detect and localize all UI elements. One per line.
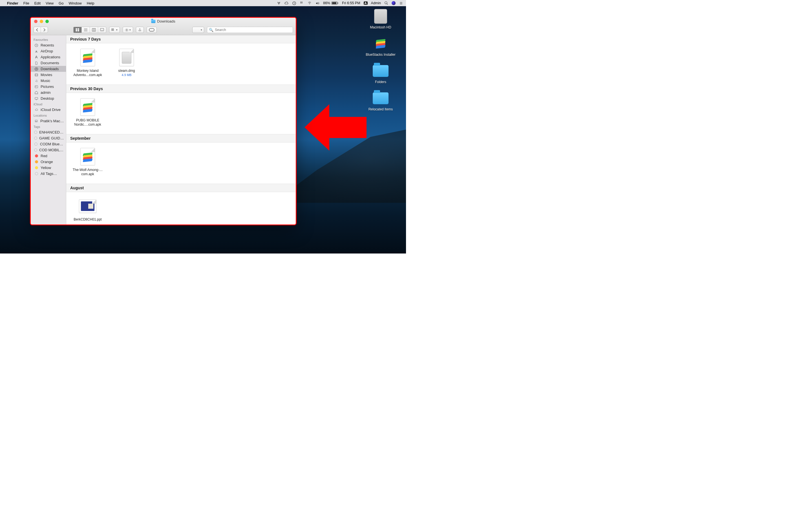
desktop-item-bluestacks[interactable]: BlueStacks Installer <box>364 36 398 57</box>
file-icon <box>79 98 97 116</box>
gallery-view-button[interactable] <box>98 27 106 33</box>
file-name: PUBG MOBILE Nordic.…com.apk <box>72 118 103 127</box>
desktop-item-label: Relocated Items <box>368 107 393 112</box>
file-item[interactable]: Monkey Island Adventu…com.apk <box>72 48 103 77</box>
user-badge-icon[interactable]: A <box>364 1 368 5</box>
creative-cloud-icon[interactable] <box>284 1 289 5</box>
clock-icon <box>34 43 39 47</box>
airport-icon[interactable] <box>277 1 281 5</box>
svg-rect-15 <box>112 30 112 31</box>
share-button[interactable] <box>136 27 144 33</box>
doc-icon <box>34 61 39 65</box>
battery-status[interactable]: 86% <box>323 1 339 5</box>
cloud-icon <box>34 108 39 111</box>
home-icon <box>34 91 39 94</box>
sidebar-item-label: iCloud Drive <box>41 108 61 112</box>
traffic-lights <box>31 20 49 23</box>
sidebar-item-music[interactable]: ♫Music <box>31 78 66 83</box>
menu-edit[interactable]: Edit <box>32 1 43 5</box>
minimize-button[interactable] <box>40 20 43 23</box>
sidebar-item-game-guid-[interactable]: GAME GUID… <box>31 135 66 141</box>
desktop: Finder File Edit View Go Window Help 86%… <box>0 0 406 253</box>
download-icon <box>34 67 39 71</box>
tag-icon <box>34 154 39 158</box>
sidebar-item-label: Music <box>41 78 50 83</box>
desktop-item-label: Folders <box>375 80 386 84</box>
menu-file[interactable]: File <box>21 1 32 5</box>
titlebar[interactable]: Downloads <box>31 18 296 25</box>
sidebar: FavouritesRecentsAirDropAApplicationsDoc… <box>31 35 66 224</box>
sidebar-item-enhanced-[interactable]: ENHANCED… <box>31 129 66 135</box>
toolbar: ▾ ▾ ▾ 🔍 <box>31 25 296 35</box>
spotlight-icon[interactable] <box>384 1 388 5</box>
zoom-button[interactable] <box>45 20 49 23</box>
siri-icon[interactable] <box>392 1 396 5</box>
sidebar-item-recents[interactable]: Recents <box>31 42 66 48</box>
notification-center-icon[interactable] <box>399 1 403 5</box>
wifi-icon[interactable] <box>307 1 312 5</box>
file-item[interactable]: The-Wolf-Among-…com.apk <box>72 148 103 176</box>
apps-icon: A <box>34 55 39 59</box>
window-title: Downloads <box>151 19 175 23</box>
menu-view[interactable]: View <box>43 1 56 5</box>
desktop-item-label: Macintosh HD <box>370 25 391 30</box>
sidebar-item-orange[interactable]: Orange <box>31 159 66 165</box>
file-meta: 4.9 MB <box>122 73 132 76</box>
sidebar-item-pictures[interactable]: Pictures <box>31 83 66 90</box>
search-input[interactable] <box>215 28 291 32</box>
menu-window[interactable]: Window <box>66 1 84 5</box>
tag-icon <box>34 166 39 169</box>
sidebar-item-yellow[interactable]: Yellow <box>31 165 66 171</box>
sidebar-item-label: Pictures <box>41 84 54 89</box>
sidebar-item-icloud-drive[interactable]: iCloud Drive <box>31 107 66 113</box>
sidebar-item-applications[interactable]: AApplications <box>31 54 66 60</box>
content-area[interactable]: Previous 7 DaysMonkey Island Adventu…com… <box>66 35 296 224</box>
action-button[interactable]: ▾ <box>123 27 133 33</box>
desktop-item-folders[interactable]: Folders <box>364 63 398 84</box>
sidebar-item-codm-blue-[interactable]: CODM Blue… <box>31 141 66 147</box>
search-field[interactable]: 🔍 <box>207 27 293 33</box>
user-name[interactable]: Admin <box>371 1 381 5</box>
tag-icon <box>34 172 39 175</box>
tags-button[interactable] <box>147 27 157 33</box>
sidebar-item-desktop[interactable]: Desktop <box>31 96 66 101</box>
file-item[interactable]: PUBG MOBILE Nordic.…com.apk <box>72 98 103 127</box>
view-switcher <box>73 27 106 33</box>
desktop-item-relocated[interactable]: Relocated Items <box>364 91 398 112</box>
sidebar-item-red[interactable]: Red <box>31 153 66 159</box>
svg-rect-26 <box>35 120 37 121</box>
close-button[interactable] <box>34 20 38 23</box>
dropbox-icon[interactable] <box>300 1 304 5</box>
sidebar-item-pratik-s-mac-[interactable]: Pratik's Mac… <box>31 118 66 124</box>
column-view-button[interactable] <box>90 27 98 33</box>
file-item[interactable]: steam.dmg4.9 MB <box>111 48 142 77</box>
icon-view-button[interactable] <box>73 27 82 33</box>
desktop-item-macintosh-hd[interactable]: Macintosh HD <box>364 8 398 30</box>
sidebar-item-movies[interactable]: Movies <box>31 72 66 78</box>
group-by-button[interactable]: ▾ <box>109 27 120 33</box>
menu-help[interactable]: Help <box>84 1 97 5</box>
back-button[interactable] <box>34 27 41 33</box>
group-header: September <box>66 134 296 143</box>
forward-button[interactable] <box>41 27 48 33</box>
path-dropdown[interactable]: ▾ <box>192 27 204 33</box>
list-view-button[interactable] <box>82 27 90 33</box>
search-icon: 🔍 <box>209 28 213 32</box>
sidebar-item-admin[interactable]: admin <box>31 90 66 96</box>
desktop-item-label: BlueStacks Installer <box>366 53 395 57</box>
volume-icon[interactable] <box>315 1 320 5</box>
menu-go[interactable]: Go <box>56 1 66 5</box>
sidebar-item-documents[interactable]: Documents <box>31 60 66 66</box>
sidebar-item-cod-mobil-[interactable]: COD MOBIL… <box>31 147 66 153</box>
sidebar-item-all-tags-[interactable]: All Tags… <box>31 171 66 177</box>
time-machine-icon[interactable] <box>292 1 296 5</box>
app-menu[interactable]: Finder <box>4 1 21 5</box>
svg-rect-22 <box>35 74 38 76</box>
clock[interactable]: Fri 6:55 PM <box>342 1 360 5</box>
sidebar-item-downloads[interactable]: Downloads <box>31 66 66 72</box>
sidebar-item-airdrop[interactable]: AirDrop <box>31 48 66 54</box>
svg-rect-23 <box>35 86 38 88</box>
svg-point-1 <box>309 4 310 4</box>
sidebar-item-label: Desktop <box>41 96 54 101</box>
file-item[interactable]: BerkCD8CH01.ppt <box>72 197 103 222</box>
